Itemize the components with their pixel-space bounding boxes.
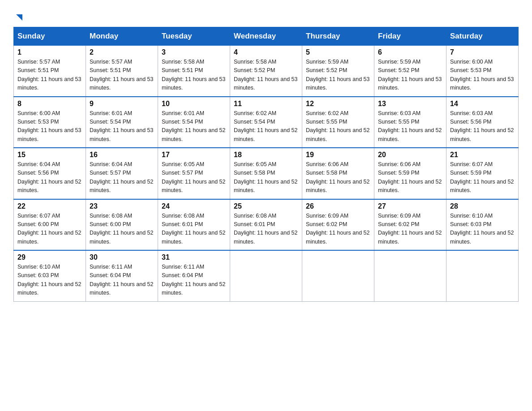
calendar-cell: 8Sunrise: 6:00 AMSunset: 5:53 PMDaylight… (14, 97, 86, 148)
day-number: 30 (90, 253, 154, 261)
calendar-cell: 27Sunrise: 6:09 AMSunset: 6:02 PMDayligh… (374, 199, 446, 251)
day-number: 8 (17, 100, 82, 108)
day-info: Sunrise: 6:04 AMSunset: 5:56 PMDaylight:… (17, 160, 82, 195)
day-number: 10 (162, 100, 226, 108)
day-number: 19 (306, 151, 370, 159)
calendar-cell: 5Sunrise: 5:59 AMSunset: 5:52 PMDaylight… (302, 46, 374, 97)
calendar-cell: 7Sunrise: 6:00 AMSunset: 5:53 PMDaylight… (446, 46, 519, 97)
calendar-cell: 15Sunrise: 6:04 AMSunset: 5:56 PMDayligh… (14, 148, 86, 199)
day-number: 24 (162, 202, 226, 210)
day-info: Sunrise: 6:10 AMSunset: 6:03 PMDaylight:… (17, 263, 82, 298)
day-info: Sunrise: 6:06 AMSunset: 5:58 PMDaylight:… (306, 160, 370, 195)
calendar-cell: 26Sunrise: 6:09 AMSunset: 6:02 PMDayligh… (302, 199, 374, 251)
calendar-cell: 14Sunrise: 6:03 AMSunset: 5:56 PMDayligh… (446, 97, 519, 148)
calendar-cell: 29Sunrise: 6:10 AMSunset: 6:03 PMDayligh… (14, 250, 86, 301)
day-info: Sunrise: 6:07 AMSunset: 5:59 PMDaylight:… (450, 160, 515, 195)
day-number: 27 (378, 202, 442, 210)
day-number: 12 (306, 100, 370, 108)
calendar-cell: 4Sunrise: 5:58 AMSunset: 5:52 PMDaylight… (230, 46, 302, 97)
day-info: Sunrise: 6:07 AMSunset: 6:00 PMDaylight:… (17, 212, 82, 247)
day-info: Sunrise: 6:06 AMSunset: 5:59 PMDaylight:… (378, 160, 442, 195)
calendar-cell: 6Sunrise: 5:59 AMSunset: 5:52 PMDaylight… (374, 46, 446, 97)
day-info: Sunrise: 6:03 AMSunset: 5:55 PMDaylight:… (378, 109, 442, 144)
day-info: Sunrise: 6:01 AMSunset: 5:54 PMDaylight:… (90, 109, 154, 144)
calendar-cell: 23Sunrise: 6:08 AMSunset: 6:00 PMDayligh… (86, 199, 158, 251)
calendar-table: SundayMondayTuesdayWednesdayThursdayFrid… (13, 27, 519, 302)
day-number: 11 (234, 100, 298, 108)
day-number: 28 (450, 202, 515, 210)
logo (13, 9, 24, 22)
day-info: Sunrise: 6:03 AMSunset: 5:56 PMDaylight:… (450, 109, 515, 144)
calendar-cell: 1Sunrise: 5:57 AMSunset: 5:51 PMDaylight… (14, 46, 86, 97)
calendar-cell (446, 250, 519, 301)
logo-triangle-icon (14, 13, 24, 22)
day-number: 4 (234, 48, 298, 56)
page-header (13, 9, 519, 22)
day-number: 26 (306, 202, 370, 210)
weekday-header-wednesday: Wednesday (230, 27, 302, 46)
day-info: Sunrise: 6:08 AMSunset: 6:01 PMDaylight:… (162, 212, 226, 247)
calendar-cell: 21Sunrise: 6:07 AMSunset: 5:59 PMDayligh… (446, 148, 519, 199)
calendar-week-row: 1Sunrise: 5:57 AMSunset: 5:51 PMDaylight… (14, 46, 519, 97)
calendar-cell: 17Sunrise: 6:05 AMSunset: 5:57 PMDayligh… (158, 148, 230, 199)
calendar-cell: 10Sunrise: 6:01 AMSunset: 5:54 PMDayligh… (158, 97, 230, 148)
day-number: 7 (450, 48, 515, 56)
day-info: Sunrise: 6:09 AMSunset: 6:02 PMDaylight:… (378, 212, 442, 247)
day-info: Sunrise: 6:08 AMSunset: 6:01 PMDaylight:… (234, 212, 298, 247)
calendar-cell: 22Sunrise: 6:07 AMSunset: 6:00 PMDayligh… (14, 199, 86, 251)
calendar-cell: 11Sunrise: 6:02 AMSunset: 5:54 PMDayligh… (230, 97, 302, 148)
day-info: Sunrise: 6:09 AMSunset: 6:02 PMDaylight:… (306, 212, 370, 247)
day-info: Sunrise: 6:01 AMSunset: 5:54 PMDaylight:… (162, 109, 226, 144)
weekday-header-sunday: Sunday (14, 27, 86, 46)
day-info: Sunrise: 6:02 AMSunset: 5:54 PMDaylight:… (234, 109, 298, 144)
calendar-cell: 13Sunrise: 6:03 AMSunset: 5:55 PMDayligh… (374, 97, 446, 148)
day-info: Sunrise: 6:00 AMSunset: 5:53 PMDaylight:… (17, 109, 82, 144)
day-info: Sunrise: 6:11 AMSunset: 6:04 PMDaylight:… (162, 263, 226, 298)
calendar-cell (374, 250, 446, 301)
weekday-header-tuesday: Tuesday (158, 27, 230, 46)
day-info: Sunrise: 5:58 AMSunset: 5:51 PMDaylight:… (162, 58, 226, 93)
calendar-cell: 19Sunrise: 6:06 AMSunset: 5:58 PMDayligh… (302, 148, 374, 199)
day-number: 9 (90, 100, 154, 108)
calendar-cell: 9Sunrise: 6:01 AMSunset: 5:54 PMDaylight… (86, 97, 158, 148)
calendar-cell: 28Sunrise: 6:10 AMSunset: 6:03 PMDayligh… (446, 199, 519, 251)
day-info: Sunrise: 6:02 AMSunset: 5:55 PMDaylight:… (306, 109, 370, 144)
day-number: 6 (378, 48, 442, 56)
svg-marker-0 (16, 14, 22, 21)
weekday-header-saturday: Saturday (446, 27, 519, 46)
calendar-cell (230, 250, 302, 301)
calendar-cell: 16Sunrise: 6:04 AMSunset: 5:57 PMDayligh… (86, 148, 158, 199)
day-number: 21 (450, 151, 515, 159)
day-info: Sunrise: 5:59 AMSunset: 5:52 PMDaylight:… (306, 58, 370, 93)
calendar-cell (302, 250, 374, 301)
day-number: 22 (17, 202, 82, 210)
day-number: 20 (378, 151, 442, 159)
day-number: 13 (378, 100, 442, 108)
day-info: Sunrise: 5:58 AMSunset: 5:52 PMDaylight:… (234, 58, 298, 93)
weekday-header-thursday: Thursday (302, 27, 374, 46)
day-number: 2 (90, 48, 154, 56)
day-number: 5 (306, 48, 370, 56)
day-number: 29 (17, 253, 82, 261)
calendar-week-row: 15Sunrise: 6:04 AMSunset: 5:56 PMDayligh… (14, 148, 519, 199)
weekday-header-friday: Friday (374, 27, 446, 46)
day-number: 31 (162, 253, 226, 261)
day-number: 14 (450, 100, 515, 108)
day-number: 18 (234, 151, 298, 159)
day-number: 25 (234, 202, 298, 210)
calendar-cell: 30Sunrise: 6:11 AMSunset: 6:04 PMDayligh… (86, 250, 158, 301)
day-info: Sunrise: 6:10 AMSunset: 6:03 PMDaylight:… (450, 212, 515, 247)
day-info: Sunrise: 6:11 AMSunset: 6:04 PMDaylight:… (90, 263, 154, 298)
day-info: Sunrise: 6:05 AMSunset: 5:58 PMDaylight:… (234, 160, 298, 195)
calendar-cell: 2Sunrise: 5:57 AMSunset: 5:51 PMDaylight… (86, 46, 158, 97)
weekday-header-monday: Monday (86, 27, 158, 46)
calendar-cell: 18Sunrise: 6:05 AMSunset: 5:58 PMDayligh… (230, 148, 302, 199)
day-number: 16 (90, 151, 154, 159)
calendar-cell: 3Sunrise: 5:58 AMSunset: 5:51 PMDaylight… (158, 46, 230, 97)
calendar-cell: 24Sunrise: 6:08 AMSunset: 6:01 PMDayligh… (158, 199, 230, 251)
calendar-cell: 12Sunrise: 6:02 AMSunset: 5:55 PMDayligh… (302, 97, 374, 148)
day-number: 3 (162, 48, 226, 56)
day-number: 15 (17, 151, 82, 159)
day-info: Sunrise: 5:57 AMSunset: 5:51 PMDaylight:… (17, 58, 82, 93)
calendar-week-row: 29Sunrise: 6:10 AMSunset: 6:03 PMDayligh… (14, 250, 519, 301)
